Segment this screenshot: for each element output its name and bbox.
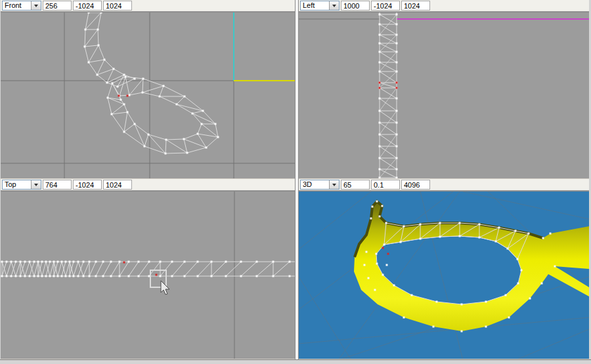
left-viewport-canvas[interactable] xyxy=(299,12,589,178)
front-view-select[interactable]: Front xyxy=(2,1,41,10)
viewport-left: Left xyxy=(299,0,589,179)
left-min-field[interactable] xyxy=(371,1,400,10)
chevron-down-icon[interactable] xyxy=(31,1,41,10)
left-max-field[interactable] xyxy=(401,1,430,10)
3d-viewport-canvas[interactable] xyxy=(299,191,589,359)
quad-viewport-window: Front Left Top xyxy=(0,0,591,364)
3d-toolbar: 3D xyxy=(299,179,589,191)
chevron-down-icon[interactable] xyxy=(31,180,41,189)
left-view-label: Left xyxy=(301,1,329,10)
top-view-select[interactable]: Top xyxy=(2,180,41,190)
viewport-top: Top xyxy=(1,179,295,359)
front-max-field[interactable] xyxy=(103,1,132,10)
window-left-edge xyxy=(0,0,1,359)
front-toolbar: Front xyxy=(1,0,295,12)
top-view-label: Top xyxy=(3,180,31,189)
3d-fov-field[interactable] xyxy=(341,180,370,190)
top-toolbar: Top xyxy=(1,179,295,191)
left-toolbar: Left xyxy=(299,0,589,12)
top-max-field[interactable] xyxy=(103,180,132,190)
3d-near-field[interactable] xyxy=(371,180,400,190)
front-min-field[interactable] xyxy=(73,1,102,10)
3d-view-label: 3D xyxy=(301,180,329,189)
window-bottom-edge xyxy=(0,359,591,364)
viewport-3d: 3D xyxy=(299,179,589,359)
viewport-splitter[interactable] xyxy=(295,0,299,359)
top-viewport-canvas[interactable] xyxy=(1,191,295,359)
left-zoom-field[interactable] xyxy=(341,1,370,10)
top-zoom-field[interactable] xyxy=(43,180,72,190)
chevron-down-icon[interactable] xyxy=(329,1,339,10)
front-view-label: Front xyxy=(3,1,31,10)
front-zoom-field[interactable] xyxy=(43,1,72,10)
top-min-field[interactable] xyxy=(73,180,102,190)
front-viewport-canvas[interactable] xyxy=(1,12,295,178)
left-view-select[interactable]: Left xyxy=(300,1,339,10)
viewport-front: Front xyxy=(1,0,295,179)
3d-view-select[interactable]: 3D xyxy=(300,180,339,190)
3d-far-field[interactable] xyxy=(401,180,430,190)
chevron-down-icon[interactable] xyxy=(329,180,339,189)
